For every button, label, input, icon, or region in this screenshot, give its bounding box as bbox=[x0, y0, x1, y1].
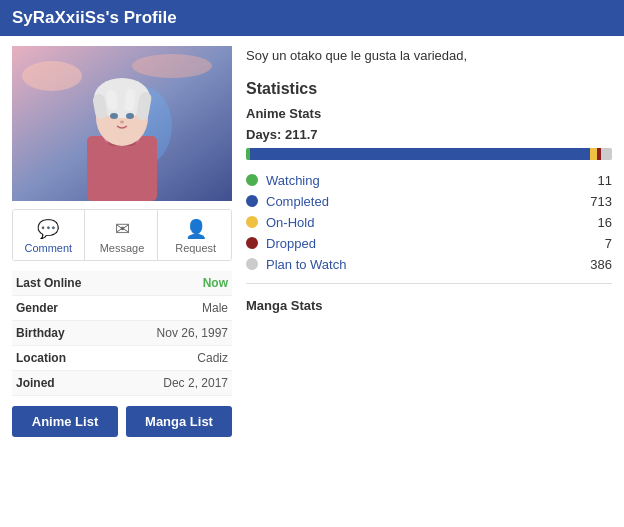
plantowatch-segment bbox=[601, 148, 612, 160]
bio-text: Soy un otako que le gusta la variedad, bbox=[246, 46, 612, 66]
right-column: Soy un otako que le gusta la variedad, S… bbox=[246, 46, 612, 437]
watching-link[interactable]: Watching bbox=[266, 173, 320, 188]
anime-stat-rows: Watching 11 Completed 713 bbox=[246, 170, 612, 275]
stat-row-dropped: Dropped 7 bbox=[246, 233, 612, 254]
avatar bbox=[12, 46, 232, 201]
completed-count: 713 bbox=[582, 194, 612, 209]
days-label: Days: bbox=[246, 127, 281, 142]
days-line: Days: 211.7 bbox=[246, 127, 612, 142]
completed-link[interactable]: Completed bbox=[266, 194, 329, 209]
statistics-title: Statistics bbox=[246, 80, 612, 98]
table-row: Location Cadiz bbox=[12, 346, 232, 371]
message-button[interactable]: ✉ Message bbox=[87, 210, 159, 260]
statistics-section: Statistics Anime Stats Days: 211.7 bbox=[246, 80, 612, 313]
stat-row-plantowatch: Plan to Watch 386 bbox=[246, 254, 612, 275]
anime-progress-bar bbox=[246, 148, 612, 160]
svg-point-1 bbox=[22, 61, 82, 91]
svg-point-14 bbox=[126, 113, 134, 119]
stat-row-watching: Watching 11 bbox=[246, 170, 612, 191]
onhold-segment bbox=[590, 148, 597, 160]
table-row: Last Online Now bbox=[12, 271, 232, 296]
onhold-link[interactable]: On-Hold bbox=[266, 215, 314, 230]
plantowatch-link[interactable]: Plan to Watch bbox=[266, 257, 346, 272]
section-divider bbox=[246, 283, 612, 284]
profile-header: SyRaXxiiSs's Profile bbox=[0, 0, 624, 36]
onhold-dot bbox=[246, 216, 258, 228]
svg-point-15 bbox=[120, 121, 124, 124]
plantowatch-label: Plan to Watch bbox=[266, 257, 582, 272]
dropped-dot bbox=[246, 237, 258, 249]
anime-stats: Anime Stats Days: 211.7 bbox=[246, 106, 612, 275]
table-row: Joined Dec 2, 2017 bbox=[12, 371, 232, 396]
dropped-count: 7 bbox=[582, 236, 612, 251]
anime-list-button[interactable]: Anime List bbox=[12, 406, 118, 437]
completed-label: Completed bbox=[266, 194, 582, 209]
stat-row-completed: Completed 713 bbox=[246, 191, 612, 212]
onhold-label: On-Hold bbox=[266, 215, 582, 230]
left-column: 💬 Comment ✉ Message 👤 Request Last Onlin… bbox=[12, 46, 232, 437]
plantowatch-dot bbox=[246, 258, 258, 270]
profile-title: SyRaXxiiSs's Profile bbox=[12, 8, 612, 28]
info-table: Last Online Now Gender Male Birthday Nov… bbox=[12, 271, 232, 396]
onhold-count: 16 bbox=[582, 215, 612, 230]
table-row: Birthday Nov 26, 1997 bbox=[12, 321, 232, 346]
dropped-label: Dropped bbox=[266, 236, 582, 251]
profile-body: 💬 Comment ✉ Message 👤 Request Last Onlin… bbox=[0, 36, 624, 447]
list-buttons: Anime List Manga List bbox=[12, 406, 232, 437]
watching-count: 11 bbox=[582, 173, 612, 188]
table-row: Gender Male bbox=[12, 296, 232, 321]
svg-point-2 bbox=[132, 54, 212, 78]
svg-point-13 bbox=[110, 113, 118, 119]
watching-label: Watching bbox=[266, 173, 582, 188]
dropped-link[interactable]: Dropped bbox=[266, 236, 316, 251]
days-value: 211.7 bbox=[285, 127, 318, 142]
request-icon: 👤 bbox=[164, 218, 227, 240]
plantowatch-count: 386 bbox=[582, 257, 612, 272]
manga-list-button[interactable]: Manga List bbox=[126, 406, 232, 437]
comment-button[interactable]: 💬 Comment bbox=[13, 210, 85, 260]
stat-row-onhold: On-Hold 16 bbox=[246, 212, 612, 233]
anime-stats-title: Anime Stats bbox=[246, 106, 612, 121]
comment-icon: 💬 bbox=[17, 218, 80, 240]
completed-segment bbox=[250, 148, 590, 160]
action-buttons: 💬 Comment ✉ Message 👤 Request bbox=[12, 209, 232, 261]
watching-dot bbox=[246, 174, 258, 186]
manga-stats-title: Manga Stats bbox=[246, 298, 612, 313]
completed-dot bbox=[246, 195, 258, 207]
request-button[interactable]: 👤 Request bbox=[160, 210, 231, 260]
message-icon: ✉ bbox=[91, 218, 154, 240]
